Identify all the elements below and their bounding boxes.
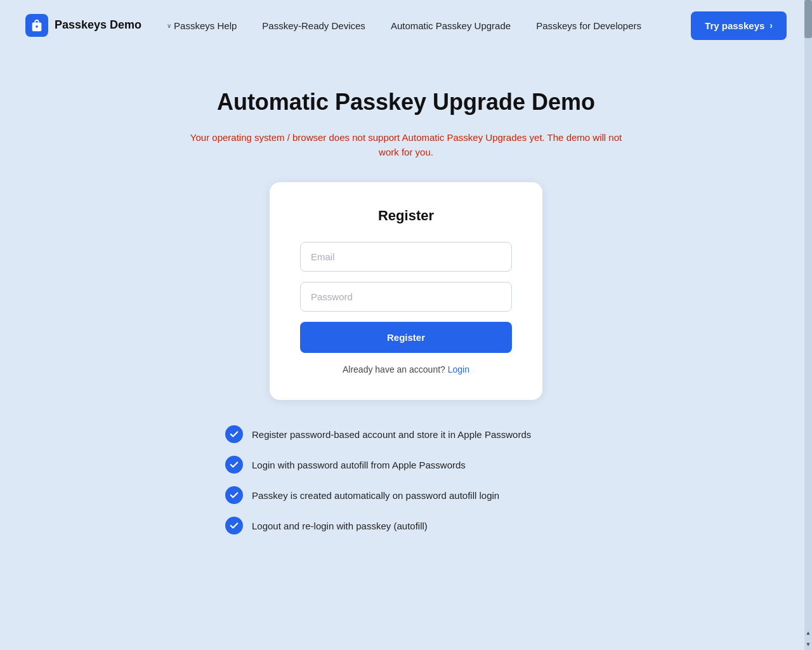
- check-icon: [225, 517, 243, 534]
- checklist-item-label: Passkey is created automatically on pass…: [252, 490, 499, 501]
- nav-link-label: Passkeys Help: [174, 20, 237, 31]
- checklist-item: Login with password autofill from Apple …: [225, 456, 531, 474]
- navbar: Passkeys Demo ∨ Passkeys Help Passkey-Re…: [0, 0, 812, 51]
- nav-link-developers[interactable]: Passkeys for Developers: [536, 20, 641, 31]
- scroll-down-arrow[interactable]: ▼: [804, 639, 812, 650]
- logo-text: Passkeys Demo: [55, 18, 141, 32]
- check-icon: [225, 456, 243, 474]
- scrollbar-arrows: ▲ ▼: [804, 627, 812, 650]
- nav-link-passkeys-help[interactable]: ∨ Passkeys Help: [167, 20, 237, 31]
- checklist: Register password-based account and stor…: [225, 425, 531, 534]
- scroll-up-arrow[interactable]: ▲: [804, 627, 812, 639]
- checklist-item: Passkey is created automatically on pass…: [225, 486, 531, 504]
- try-passkeys-button[interactable]: Try passkeys ›: [691, 11, 787, 40]
- nav-logo[interactable]: Passkeys Demo: [25, 14, 141, 37]
- checklist-item-label: Register password-based account and stor…: [252, 429, 531, 440]
- page-title: Automatic Passkey Upgrade Demo: [217, 89, 595, 116]
- scrollbar-thumb[interactable]: [804, 0, 812, 38]
- nav-link-label: Passkey-Ready Devices: [262, 20, 365, 31]
- check-icon: [225, 425, 243, 443]
- main-content: Automatic Passkey Upgrade Demo Your oper…: [0, 51, 812, 573]
- login-prompt: Already have an account? Login: [300, 364, 512, 375]
- nav-link-passkey-ready-devices[interactable]: Passkey-Ready Devices: [262, 20, 365, 31]
- nav-link-label: Passkeys for Developers: [536, 20, 641, 31]
- arrow-icon: ›: [769, 20, 773, 30]
- register-card: Register Register Already have an accoun…: [270, 182, 542, 400]
- logo-icon: [25, 14, 48, 37]
- checklist-item-label: Logout and re-login with passkey (autofi…: [252, 521, 428, 531]
- register-title: Register: [300, 208, 512, 224]
- logo-svg: [30, 18, 44, 32]
- try-passkeys-label: Try passkeys: [705, 20, 764, 31]
- checklist-item-label: Login with password autofill from Apple …: [252, 460, 466, 470]
- check-icon: [225, 486, 243, 504]
- checkmark-svg: [230, 491, 239, 500]
- warning-message: Your operating system / browser does not…: [184, 131, 628, 159]
- checklist-item: Register password-based account and stor…: [225, 425, 531, 443]
- email-input[interactable]: [300, 242, 512, 272]
- login-link[interactable]: Login: [448, 364, 469, 375]
- password-input[interactable]: [300, 282, 512, 312]
- nav-link-label: Automatic Passkey Upgrade: [391, 20, 511, 31]
- register-button-label: Register: [387, 332, 425, 343]
- chevron-icon: ∨: [167, 22, 171, 29]
- scrollbar[interactable]: ▲ ▼: [804, 0, 812, 650]
- nav-link-automatic-upgrade[interactable]: Automatic Passkey Upgrade: [391, 20, 511, 31]
- checkmark-svg: [230, 521, 239, 530]
- checklist-item: Logout and re-login with passkey (autofi…: [225, 517, 531, 534]
- already-account-text: Already have an account?: [343, 364, 445, 375]
- checkmark-svg: [230, 430, 239, 439]
- register-button[interactable]: Register: [300, 322, 512, 353]
- nav-links: ∨ Passkeys Help Passkey-Ready Devices Au…: [167, 20, 691, 31]
- checkmark-svg: [230, 460, 239, 469]
